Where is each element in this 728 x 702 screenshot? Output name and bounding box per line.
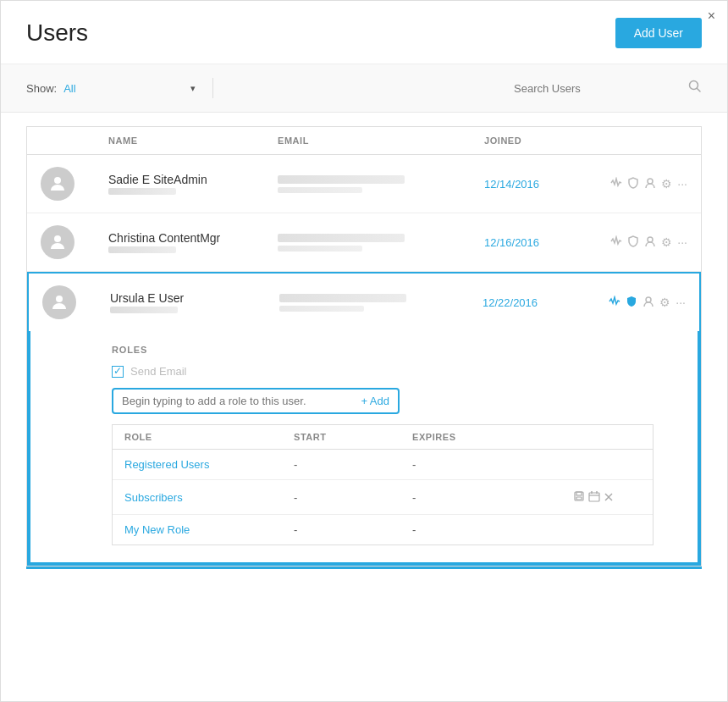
user-subtext — [110, 307, 178, 313]
more-icon[interactable]: ··· — [677, 235, 687, 249]
user-icon[interactable] — [643, 296, 654, 310]
svg-point-3 — [648, 179, 653, 184]
user-info: Sadie E SiteAdmin — [108, 173, 278, 195]
add-role-button[interactable]: + Add — [354, 395, 389, 407]
list-item: My New Role - - — [113, 515, 653, 544]
col-avatar — [41, 135, 108, 146]
calendar-icon[interactable] — [588, 490, 600, 505]
user-name: Christina ContentMgr — [108, 231, 278, 245]
user-name: Sadie E SiteAdmin — [108, 173, 278, 186]
svg-rect-11 — [589, 493, 599, 501]
row-actions: ⚙ ··· — [584, 296, 686, 310]
avatar — [41, 225, 108, 259]
svg-point-7 — [646, 297, 651, 302]
col-role-actions — [573, 432, 641, 442]
roles-table-header: ROLE START EXPIRES — [113, 425, 653, 450]
user-icon[interactable] — [644, 235, 656, 250]
col-name: NAME — [108, 135, 278, 146]
send-email-row: Send Email — [112, 365, 672, 378]
more-icon[interactable]: ··· — [676, 296, 686, 309]
col-joined: JOINED — [484, 135, 586, 146]
col-role: ROLE — [124, 432, 294, 442]
user-info: Christina ContentMgr — [108, 231, 278, 253]
svg-point-2 — [54, 177, 61, 184]
table-header-row: NAME EMAIL JOINED — [27, 127, 701, 155]
row-actions: ⚙ ··· — [586, 177, 687, 191]
search-input[interactable] — [514, 79, 683, 98]
role-start: - — [294, 523, 412, 536]
joined-date: 12/16/2016 — [484, 236, 586, 249]
user-email — [279, 294, 483, 312]
col-expires: EXPIRES — [412, 432, 573, 442]
more-icon[interactable]: ··· — [677, 177, 687, 191]
close-button[interactable]: × — [708, 9, 715, 23]
show-filter-wrapper: All Admins Active Inactive ▾ — [63, 82, 199, 95]
show-filter-select[interactable]: All Admins Active Inactive — [63, 82, 165, 95]
joined-date: 12/22/2016 — [483, 296, 584, 309]
delete-icon[interactable] — [604, 490, 614, 506]
expanded-user-container: Ursula E User 12/22/2016 — [27, 272, 701, 566]
list-item: Registered Users - - — [113, 450, 653, 480]
gear-icon[interactable]: ⚙ — [661, 235, 672, 249]
page-header: Users Add User — [1, 1, 727, 64]
user-email — [278, 175, 484, 193]
svg-rect-10 — [576, 497, 582, 500]
svg-rect-9 — [576, 492, 582, 495]
role-input-wrapper: + Add — [112, 388, 400, 414]
roles-table: ROLE START EXPIRES Registered Users - - — [112, 424, 654, 545]
svg-point-5 — [648, 237, 653, 242]
search-area — [227, 79, 702, 98]
list-item: Subscribers - - — [113, 480, 653, 515]
role-name[interactable]: Registered Users — [124, 458, 294, 471]
gear-icon[interactable]: ⚙ — [661, 177, 672, 191]
add-user-button[interactable]: Add User — [615, 18, 702, 48]
role-expires: - — [412, 491, 573, 504]
role-expires: - — [412, 523, 573, 536]
shield-icon[interactable] — [627, 235, 639, 250]
col-start: START — [294, 432, 412, 442]
save-icon[interactable] — [573, 490, 585, 505]
activity-icon[interactable] — [610, 235, 622, 250]
user-info: Ursula E User — [110, 291, 279, 313]
user-subtext — [108, 246, 176, 253]
users-table: NAME EMAIL JOINED Sadie E SiteAdmin — [26, 126, 702, 567]
role-input-row: + Add — [112, 388, 672, 414]
gear-icon[interactable]: ⚙ — [659, 296, 670, 309]
activity-icon[interactable] — [610, 177, 622, 191]
activity-icon[interactable] — [609, 296, 620, 310]
svg-point-6 — [56, 296, 63, 302]
row-actions: ⚙ ··· — [586, 235, 687, 250]
chevron-down-icon: ▾ — [190, 83, 196, 94]
search-icon — [688, 80, 702, 97]
user-icon[interactable] — [644, 177, 656, 191]
send-email-label: Send Email — [130, 365, 186, 378]
table-row[interactable]: Ursula E User 12/22/2016 — [29, 274, 699, 331]
col-email: EMAIL — [278, 135, 484, 146]
avatar — [42, 285, 110, 319]
role-name[interactable]: My New Role — [124, 523, 294, 536]
page-title: Users — [26, 19, 88, 47]
shield-icon[interactable] — [627, 177, 639, 191]
avatar — [41, 167, 108, 201]
toolbar-divider — [212, 78, 213, 98]
user-name: Ursula E User — [110, 291, 279, 305]
table-row[interactable]: Christina ContentMgr 12/16/2016 ⚙ ·· — [27, 213, 701, 272]
svg-line-1 — [698, 89, 701, 92]
user-subtext — [108, 188, 176, 195]
role-row-actions — [573, 489, 641, 506]
role-expires: - — [412, 458, 573, 471]
expanded-section: ROLES Send Email + Add ROLE START — [29, 331, 699, 564]
role-start: - — [294, 458, 412, 471]
main-window: × Users Add User Show: All Admins Active… — [0, 0, 728, 702]
roles-label: ROLES — [112, 345, 672, 355]
table-row[interactable]: Sadie E SiteAdmin 12/14/2016 ⚙ ··· — [27, 155, 701, 213]
svg-point-4 — [54, 235, 61, 242]
role-name[interactable]: Subscribers — [124, 491, 294, 504]
role-search-input[interactable] — [122, 395, 354, 407]
toolbar: Show: All Admins Active Inactive ▾ — [1, 64, 727, 113]
send-email-checkbox[interactable] — [112, 366, 124, 378]
col-actions — [586, 135, 687, 146]
shield-icon[interactable] — [626, 296, 637, 310]
role-start: - — [294, 491, 412, 504]
user-email — [278, 234, 484, 252]
